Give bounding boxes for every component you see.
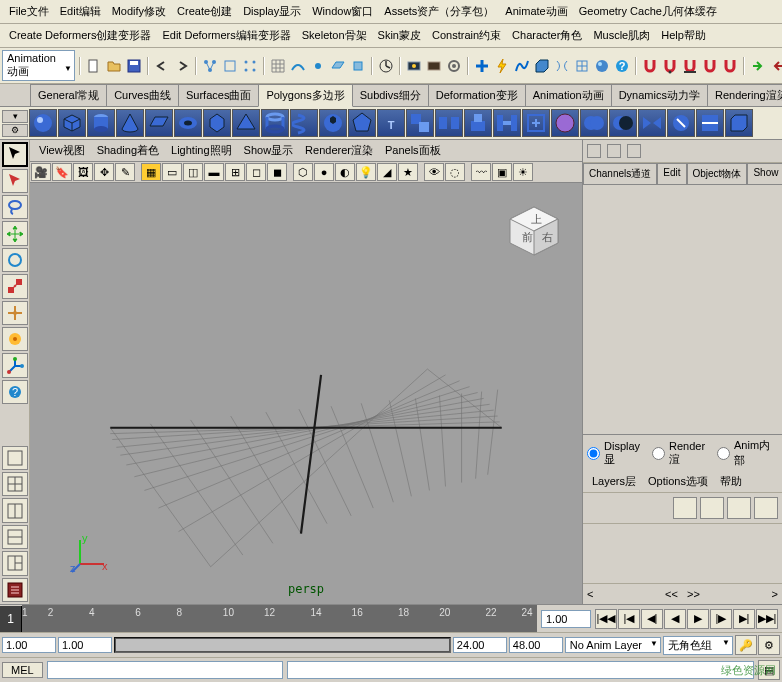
tab-edit[interactable]: Edit [657,163,686,184]
menu-animate[interactable]: Animate动画 [500,2,572,21]
render-settings-icon[interactable] [445,56,463,76]
menu-window[interactable]: Window窗口 [307,2,378,21]
menu-geocache[interactable]: Geometry Cache几何体缓存 [574,2,722,21]
view-menu-show[interactable]: Show显示 [239,142,299,159]
poly-platonic-icon[interactable] [348,109,376,137]
poly-pyramid-icon[interactable] [232,109,260,137]
shelf-tab-rendering[interactable]: Rendering渲染 [707,84,782,106]
menu-help[interactable]: Help帮助 [656,26,711,45]
menu-assets[interactable]: Assets资产（分享包） [379,2,499,21]
mirror-icon[interactable] [638,109,666,137]
menu-skeleton[interactable]: Skeleton骨架 [297,26,372,45]
combine-icon[interactable] [406,109,434,137]
layer-radio-anim[interactable] [717,447,730,460]
go-to-start-icon[interactable]: |◀◀ [595,609,617,629]
poly-helix-icon[interactable] [290,109,318,137]
boolean-diff-icon[interactable] [609,109,637,137]
view-menu-renderer[interactable]: Renderer渲染 [300,142,378,159]
last-tool-icon[interactable]: ? [2,380,28,404]
poly-cone-icon[interactable] [116,109,144,137]
menu-muscle[interactable]: Muscle肌肉 [588,26,655,45]
layer-scroll-right[interactable]: > [772,588,778,600]
playback-prefs-icon[interactable]: ⚙ [758,635,780,655]
viewport-render-icon[interactable]: ▣ [492,163,512,181]
current-time-field[interactable] [541,610,591,628]
viewport-3d[interactable]: 前 右 上 y x z persp [30,183,582,604]
poly-cylinder-icon[interactable] [87,109,115,137]
xray-icon[interactable]: ◌ [445,163,465,181]
shelf-tab-curves[interactable]: Curves曲线 [106,84,179,106]
two-pane-side-icon[interactable] [2,498,28,522]
anim-end-field[interactable] [509,637,563,653]
menu-file[interactable]: File文件 [4,2,54,21]
snap-point-icon[interactable] [309,56,327,76]
command-input[interactable] [47,661,283,679]
shelf-tab-subdivs[interactable]: Subdivs细分 [352,84,429,106]
align-left-icon[interactable] [587,144,601,158]
open-scene-icon[interactable] [105,56,123,76]
render-frame-icon[interactable] [405,56,423,76]
poly-torus-icon[interactable] [174,109,202,137]
snap-curve-icon[interactable] [289,56,307,76]
sphere-shaded-icon[interactable] [593,56,611,76]
time-slider[interactable]: 1 1 2 4 6 8 10 12 14 16 18 20 22 24 |◀◀ … [0,604,782,632]
grid-icon[interactable]: ▦ [141,163,161,181]
deform-icon[interactable] [553,56,571,76]
bridge-icon[interactable] [493,109,521,137]
scale-tool-icon[interactable] [2,274,28,298]
view-menu-lighting[interactable]: Lighting照明 [166,142,237,159]
soft-mod-tool-icon[interactable] [2,327,28,351]
menu-create[interactable]: Create创建 [172,2,237,21]
plus-icon[interactable] [473,56,491,76]
safe-action-icon[interactable]: ◻ [246,163,266,181]
play-forward-icon[interactable]: ▶ [687,609,709,629]
menu-create-deformers[interactable]: Create Deformers创建变形器 [4,26,156,45]
sculpt-icon[interactable] [667,109,695,137]
shelf-edit-icon[interactable]: ⚙ [2,124,28,137]
shelf-tab-general[interactable]: General常规 [30,84,107,106]
safe-title-icon[interactable]: ◼ [267,163,287,181]
menu-constrain[interactable]: Constrain约束 [427,26,506,45]
range-slider[interactable] [114,637,451,653]
separate-icon[interactable] [435,109,463,137]
shelf-tab-animation[interactable]: Animation动画 [525,84,612,106]
curve-tool-icon[interactable] [513,56,531,76]
align-right-icon[interactable] [627,144,641,158]
current-frame-marker[interactable]: 1 [0,606,22,632]
tab-show[interactable]: Show [747,163,782,184]
play-backward-icon[interactable]: ◀ [664,609,686,629]
shelf-tab-deformation[interactable]: Deformation变形 [428,84,526,106]
shelf-tab-dynamics[interactable]: Dynamics动力学 [611,84,708,106]
language-label[interactable]: MEL [2,662,43,678]
module-selector[interactable]: Animation动画 [2,50,75,81]
magnet-4-icon[interactable] [701,56,719,76]
menu-edit-deformers[interactable]: Edit Deformers编辑变形器 [157,26,295,45]
save-scene-icon[interactable] [125,56,143,76]
isolate-icon[interactable]: 👁 [424,163,444,181]
bookmark-icon[interactable]: 🔖 [52,163,72,181]
extrude-icon[interactable] [464,109,492,137]
poly-type-icon[interactable]: T [377,109,405,137]
shadows-icon[interactable]: ◢ [377,163,397,181]
align-center-icon[interactable] [607,144,621,158]
rotate-tool-icon[interactable] [2,248,28,272]
poly-cube-icon[interactable] [58,109,86,137]
anim-layer-dropdown[interactable]: No Anim Layer [565,637,661,653]
paint-select-tool-icon[interactable] [2,195,28,219]
view-cube[interactable]: 前 右 上 [504,201,564,261]
magnet-3-icon[interactable] [681,56,699,76]
step-forward-frame-icon[interactable]: |▶ [710,609,732,629]
surface-icon[interactable] [533,56,551,76]
new-layer-selected-icon[interactable] [754,497,778,519]
split-icon[interactable] [696,109,724,137]
motion-trail-icon[interactable]: 〰 [471,163,491,181]
snap-plane-icon[interactable] [329,56,347,76]
boolean-union-icon[interactable] [580,109,608,137]
playback-start-field[interactable] [58,637,112,653]
help-icon[interactable]: ? [613,56,631,76]
select-camera-icon[interactable]: 🎥 [31,163,51,181]
script-editor-icon[interactable]: ▤ [758,660,780,680]
shelf-tab-polygons[interactable]: Polygons多边形 [258,84,352,107]
autokey-icon[interactable]: 🔑 [735,635,757,655]
new-empty-layer-icon[interactable] [727,497,751,519]
